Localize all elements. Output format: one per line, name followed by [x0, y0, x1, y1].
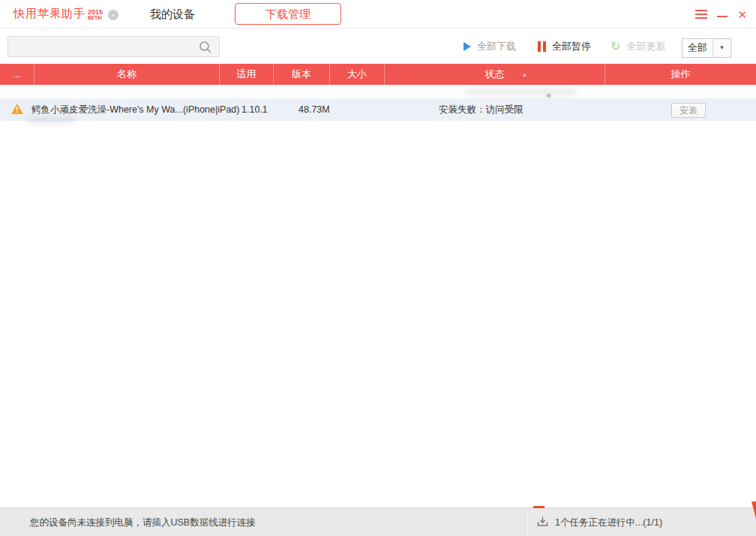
- minimize-icon[interactable]: [717, 16, 728, 17]
- task-message: 1个任务正在进行中...(1/1): [555, 516, 662, 529]
- menu-icon[interactable]: [695, 10, 707, 19]
- sort-ascending-icon[interactable]: ▲: [521, 64, 528, 85]
- tab-my-devices[interactable]: 我的设备: [150, 0, 195, 29]
- corner-flag-marker: [752, 501, 756, 519]
- task-status[interactable]: 1个任务正在进行中...(1/1): [537, 508, 662, 536]
- blurred-dot: [547, 94, 550, 98]
- column-header-size[interactable]: 大小: [330, 64, 385, 85]
- row-size: 48.73M: [298, 98, 330, 121]
- search-icon[interactable]: [198, 40, 213, 58]
- app-logo-title: 快用苹果助手: [14, 7, 86, 21]
- row-status: 安装失败：访问受限: [439, 98, 524, 121]
- blurred-region: [465, 88, 576, 97]
- pause-all-button[interactable]: 全部暂停: [538, 29, 591, 64]
- app-name-text: 鳄鱼小顽皮爱洗澡-Where's My Wa...: [32, 104, 183, 115]
- update-all-label: 全部更新: [626, 40, 665, 53]
- app-logo-version: 2015 BETA!: [88, 9, 103, 21]
- table-row[interactable]: ! 鳄鱼小顽皮爱洗澡-Where's My Wa...(iPhone|iPad)…: [0, 98, 756, 121]
- download-list: ! 鳄鱼小顽皮爱洗澡-Where's My Wa...(iPhone|iPad)…: [0, 85, 756, 507]
- pause-all-label: 全部暂停: [552, 40, 591, 53]
- download-all-button[interactable]: 全部下载: [464, 29, 516, 64]
- filter-selected-value: 全部: [682, 39, 712, 57]
- table-header: ... 名称 适用 版本 大小 状态 ▲ 操作: [0, 64, 756, 85]
- status-bar: 您的设备尚未连接到电脑，请插入USB数据线进行连接 1个任务正在进行中...(1…: [0, 507, 756, 536]
- update-all-button[interactable]: ↻ 全部更新: [610, 29, 665, 64]
- row-version: 1.10.1: [242, 98, 268, 121]
- search-input[interactable]: [14, 38, 194, 55]
- column-header-version[interactable]: 版本: [274, 64, 330, 85]
- chevron-down-icon[interactable]: ⌄: [108, 10, 118, 20]
- device-status-message: 您的设备尚未连接到电脑，请插入USB数据线进行连接: [30, 508, 256, 536]
- window-controls: ✕: [695, 0, 747, 29]
- search-box[interactable]: [8, 36, 220, 57]
- install-button[interactable]: 安装: [671, 103, 706, 118]
- column-header-name[interactable]: 名称: [34, 64, 220, 85]
- close-icon[interactable]: ✕: [737, 9, 747, 20]
- filter-dropdown[interactable]: 全部 ▼: [682, 38, 731, 58]
- status-header-label: 状态: [485, 68, 505, 80]
- app-window: 快用苹果助手 2015 BETA! ⌄ 我的设备 下载管理 ✕: [0, 0, 756, 536]
- app-logo: 快用苹果助手 2015 BETA! ⌄: [14, 7, 118, 21]
- column-header-action[interactable]: 操作: [605, 64, 756, 85]
- play-icon: [464, 42, 471, 51]
- pause-icon: [538, 41, 546, 52]
- refresh-icon: ↻: [610, 41, 620, 53]
- download-tray-icon: [537, 516, 548, 529]
- column-header-more[interactable]: ...: [0, 64, 34, 85]
- app-platform-text: (iPhone|iPad): [183, 104, 240, 115]
- warning-icon: !: [11, 104, 23, 114]
- blurred-region: [26, 116, 76, 125]
- column-header-status[interactable]: 状态 ▲: [385, 64, 605, 85]
- column-header-platform[interactable]: 适用: [220, 64, 274, 85]
- tab-download-manager[interactable]: 下载管理: [235, 3, 341, 25]
- title-bar: 快用苹果助手 2015 BETA! ⌄ 我的设备 下载管理 ✕: [0, 0, 756, 29]
- toolbar: 全部下载 全部暂停 ↻ 全部更新 全部 ▼: [0, 29, 756, 64]
- chevron-down-icon[interactable]: ▼: [712, 39, 730, 57]
- logo-beta-label: BETA!: [88, 16, 103, 21]
- download-all-label: 全部下载: [477, 40, 516, 53]
- statusbar-divider: [527, 508, 528, 536]
